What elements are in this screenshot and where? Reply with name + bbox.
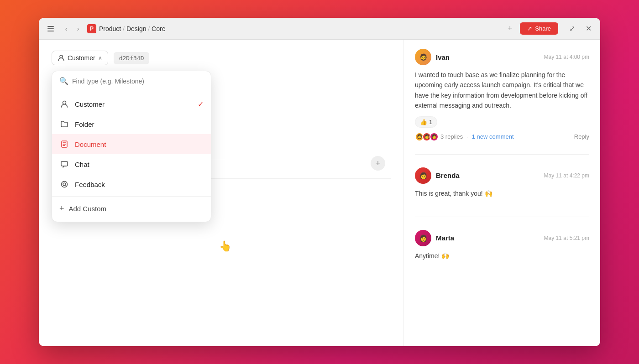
chat-icon xyxy=(59,159,69,169)
folder-label: Folder xyxy=(75,120,94,128)
comment-header-marta: 👩 Marta May 11 at 5:21 pm xyxy=(415,230,589,246)
comment-time-marta: May 11 at 5:21 pm xyxy=(544,235,589,241)
comment-body-brenda: This is great, thank you! 🙌 xyxy=(415,188,589,198)
app-icon: P xyxy=(87,24,96,33)
dropdown-divider xyxy=(52,196,211,197)
back-button[interactable]: ‹ xyxy=(61,23,72,34)
thumbs-up-reaction[interactable]: 👍 1 xyxy=(415,116,437,128)
comment-time-brenda: May 11 at 4:22 pm xyxy=(544,172,589,179)
customer-icon xyxy=(59,99,69,109)
reply-avatars: 🧔 👩 👩 xyxy=(415,132,437,141)
svg-rect-2 xyxy=(47,31,54,31)
breadcrumb-product[interactable]: Product xyxy=(99,25,121,32)
dropdown-search-area: 🔍 xyxy=(52,71,211,91)
svg-rect-9 xyxy=(61,161,68,166)
svg-point-4 xyxy=(63,101,66,104)
type-selector-button[interactable]: Customer ∧ xyxy=(52,51,108,65)
close-button[interactable]: ✕ xyxy=(582,22,595,35)
customer-label: Customer xyxy=(75,100,105,108)
breadcrumb-text: Product / Design / Core xyxy=(99,25,165,32)
comment-body-marta: Anytime! 🙌 xyxy=(415,251,589,261)
share-button[interactable]: ↗ Share xyxy=(520,22,558,35)
document-icon xyxy=(59,139,69,149)
comment-time-ivan: May 11 at 4:00 pm xyxy=(544,54,589,60)
reply-avatar-3: 👩 xyxy=(429,132,439,141)
chevron-up-icon: ∧ xyxy=(98,55,102,61)
comment-footer-ivan: 🧔 👩 👩 3 replies · 1 new comment Reply xyxy=(415,132,589,141)
type-dropdown: 🔍 Customer ✓ xyxy=(52,71,211,222)
browser-chrome: ‹ › P Product / Design / Core + ↗ Share … xyxy=(39,18,600,40)
cursor: 👆 xyxy=(219,240,232,253)
nav-arrows: ‹ › xyxy=(61,23,84,34)
feedback-icon xyxy=(59,179,69,189)
document-label: Document xyxy=(75,140,106,148)
breadcrumb: P Product / Design / Core xyxy=(87,24,500,33)
breadcrumb-design[interactable]: Design xyxy=(126,25,147,32)
svg-rect-1 xyxy=(47,28,54,29)
svg-rect-0 xyxy=(47,26,54,27)
window-controls: ⤢ ✕ xyxy=(566,22,595,35)
thumbs-up-icon: 👍 xyxy=(420,119,427,125)
right-panel: 🧔 Ivan May 11 at 4:00 pm I wanted to tou… xyxy=(404,40,600,346)
share-icon: ↗ xyxy=(527,25,532,32)
comment-user-marta: 👩 Marta xyxy=(415,230,454,246)
dropdown-item-chat[interactable]: Chat xyxy=(52,154,211,174)
id-badge: d2Df34D xyxy=(114,52,150,64)
folder-icon xyxy=(59,119,69,129)
svg-point-11 xyxy=(63,183,66,186)
add-custom-button[interactable]: + Add Custom xyxy=(52,198,211,219)
reaction-count: 1 xyxy=(429,119,432,125)
user-name-ivan: Ivan xyxy=(436,53,450,61)
comment-header-brenda: 👩 Brenda May 11 at 4:22 pm xyxy=(415,167,589,184)
main-content: Customer ∧ d2Df34D …nch Marketing + Firs… xyxy=(39,40,600,346)
person-icon xyxy=(58,54,65,62)
comment-user-ivan: 🧔 Ivan xyxy=(415,49,450,65)
comment-brenda: 👩 Brenda May 11 at 4:22 pm This is great… xyxy=(415,167,589,217)
breadcrumb-sep-2: / xyxy=(148,25,150,32)
svg-point-3 xyxy=(60,55,63,58)
expand-button[interactable]: ⤢ xyxy=(566,22,578,35)
comment-body-ivan: I wanted to touch base as we finalize pl… xyxy=(415,70,589,111)
user-name-brenda: Brenda xyxy=(436,172,460,179)
feedback-label: Feedback xyxy=(75,181,105,188)
separator: · xyxy=(466,133,468,140)
breadcrumb-sep-1: / xyxy=(123,25,125,32)
svg-point-10 xyxy=(62,182,68,187)
user-name-marta: Marta xyxy=(436,234,454,242)
add-custom-label: Add Custom xyxy=(69,205,107,213)
dropdown-item-customer[interactable]: Customer ✓ xyxy=(52,94,211,114)
type-selector-row: Customer ∧ d2Df34D xyxy=(52,51,391,65)
comment-ivan: 🧔 Ivan May 11 at 4:00 pm I wanted to tou… xyxy=(415,49,589,155)
chat-label: Chat xyxy=(75,161,89,168)
dropdown-items-list: Customer ✓ Folder xyxy=(52,91,211,222)
comment-marta: 👩 Marta May 11 at 5:21 pm Anytime! 🙌 xyxy=(415,230,589,279)
add-tab-button[interactable]: + xyxy=(503,22,516,35)
left-panel: Customer ∧ d2Df34D …nch Marketing + Firs… xyxy=(39,40,404,346)
dropdown-item-document[interactable]: Document xyxy=(52,134,211,154)
search-icon: 🔍 xyxy=(59,77,68,85)
plus-icon: + xyxy=(59,204,64,213)
comment-user-brenda: 👩 Brenda xyxy=(415,167,460,184)
share-label: Share xyxy=(535,25,551,32)
forward-button[interactable]: › xyxy=(73,23,84,34)
avatar-ivan: 🧔 xyxy=(415,49,431,65)
reply-button-ivan[interactable]: Reply xyxy=(574,133,589,140)
sidebar-toggle-button[interactable] xyxy=(44,22,57,35)
dropdown-item-folder[interactable]: Folder xyxy=(52,114,211,134)
browser-window: ‹ › P Product / Design / Core + ↗ Share … xyxy=(39,18,600,346)
breadcrumb-core[interactable]: Core xyxy=(152,25,165,32)
type-selector-label: Customer xyxy=(68,54,95,62)
avatar-brenda: 👩 xyxy=(415,167,431,184)
new-comment-link[interactable]: 1 new comment xyxy=(472,133,514,140)
dropdown-item-feedback[interactable]: Feedback xyxy=(52,174,211,194)
dropdown-search-input[interactable] xyxy=(72,78,204,85)
comment-header-ivan: 🧔 Ivan May 11 at 4:00 pm xyxy=(415,49,589,65)
comment-reactions-ivan: 👍 1 xyxy=(415,116,589,128)
avatar-marta: 👩 xyxy=(415,230,431,246)
check-icon: ✓ xyxy=(198,100,204,109)
replies-count: 3 replies xyxy=(440,133,463,140)
